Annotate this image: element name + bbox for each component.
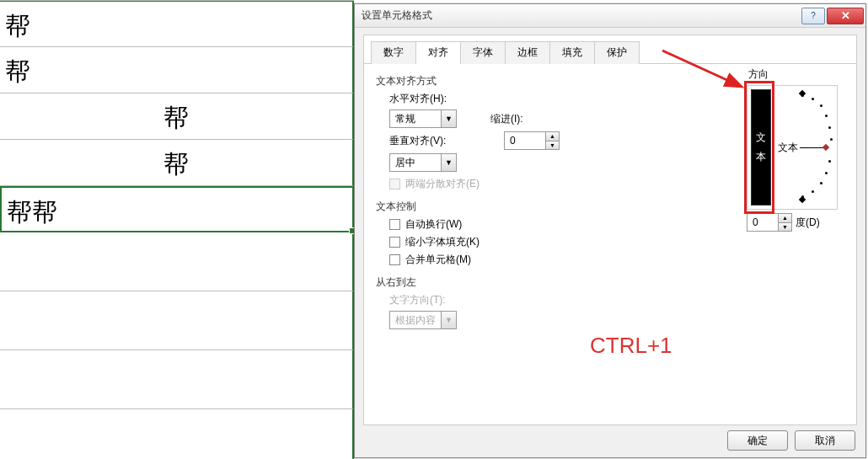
- wrap-checkbox[interactable]: [389, 219, 400, 230]
- indent-value: 0: [505, 132, 545, 149]
- cell-a5-selected[interactable]: 帮帮: [0, 186, 354, 232]
- help-button[interactable]: ?: [801, 8, 825, 24]
- dir-value: 根据内容: [390, 313, 441, 328]
- dialog-titlebar: 设置单元格格式 ? ✕: [355, 4, 865, 28]
- dialog-body: 数字 对齐 字体 边框 填充 保护 文本对齐方式 水平对齐(H): 常规 ▼: [363, 35, 857, 425]
- shrink-checkbox[interactable]: [389, 237, 400, 248]
- shortcut-annotation: CTRL+1: [590, 333, 672, 359]
- ok-button[interactable]: 确定: [727, 430, 788, 451]
- wrap-label: 自动换行(W): [405, 217, 462, 232]
- cancel-button[interactable]: 取消: [795, 430, 855, 451]
- justify-checkbox: [389, 179, 400, 189]
- dir-combo: 根据内容 ▼: [389, 311, 457, 329]
- orientation-box: 文 本 文本: [747, 85, 838, 210]
- indent-spinner[interactable]: 0 ▲ ▼: [504, 131, 560, 150]
- orientation-panel: 方向 文 本 文本: [747, 67, 848, 232]
- degrees-label: 度(D): [796, 216, 820, 230]
- shrink-label: 缩小字体填充(K): [405, 235, 480, 249]
- degrees-down-icon[interactable]: ▼: [779, 223, 791, 232]
- cell-a3[interactable]: 帮: [0, 93, 354, 140]
- orientation-dial[interactable]: 文本: [774, 89, 833, 205]
- h-align-label: 水平对齐(H):: [389, 92, 457, 106]
- merge-checkbox[interactable]: [389, 254, 400, 265]
- justify-label: 两端分散对齐(E): [405, 177, 480, 191]
- chevron-down-icon[interactable]: ▼: [441, 154, 456, 171]
- tab-alignment[interactable]: 对齐: [415, 41, 461, 64]
- v-align-label: 垂直对齐(V):: [389, 134, 457, 148]
- tab-strip: 数字 对齐 字体 边框 填充 保护: [364, 35, 856, 64]
- orientation-dial-pointer: [822, 144, 829, 151]
- tab-number[interactable]: 数字: [371, 41, 416, 64]
- orientation-label: 方向: [747, 67, 848, 82]
- orientation-vertical-char1: 文: [756, 131, 766, 145]
- indent-down-icon[interactable]: ▼: [546, 141, 559, 150]
- dialog-footer: 确定 取消: [727, 430, 855, 451]
- orientation-dial-line: [800, 147, 825, 148]
- tab-fill[interactable]: 填充: [549, 41, 595, 64]
- degrees-up-icon[interactable]: ▲: [779, 214, 791, 223]
- cell-a9[interactable]: [0, 409, 354, 459]
- tab-protection[interactable]: 保护: [594, 41, 640, 64]
- v-align-value: 居中: [390, 156, 441, 170]
- orientation-vertical-char2: 本: [756, 150, 766, 164]
- tab-border[interactable]: 边框: [505, 41, 550, 64]
- close-button[interactable]: ✕: [827, 8, 864, 24]
- degrees-value: 0: [747, 214, 778, 231]
- cell-a1[interactable]: 帮: [0, 1, 354, 47]
- cell-a7[interactable]: [0, 291, 354, 350]
- dialog-title: 设置单元格格式: [362, 8, 801, 23]
- cell-a8[interactable]: [0, 350, 354, 409]
- indent-up-icon[interactable]: ▲: [546, 132, 559, 141]
- spreadsheet-grid: 帮 帮 帮 帮 帮帮: [0, 0, 354, 459]
- cell-a4[interactable]: 帮: [0, 140, 354, 186]
- orientation-vertical-button[interactable]: 文 本: [751, 89, 771, 205]
- merge-label: 合并单元格(M): [405, 253, 471, 267]
- cell-a2[interactable]: 帮: [0, 47, 354, 93]
- h-align-combo[interactable]: 常规 ▼: [389, 109, 457, 128]
- chevron-down-icon[interactable]: ▼: [441, 110, 456, 127]
- h-align-value: 常规: [390, 112, 441, 126]
- degrees-spinner[interactable]: 0 ▲ ▼: [747, 213, 792, 232]
- format-cells-dialog: 设置单元格格式 ? ✕ 数字 对齐 字体 边框 填充 保护 文本对齐方式 水平对…: [354, 3, 866, 458]
- dir-label: 文字方向(T):: [389, 293, 844, 307]
- orientation-dial-text: 文本: [778, 141, 798, 155]
- cell-a6[interactable]: [0, 232, 354, 291]
- alignment-panel: 文本对齐方式 水平对齐(H): 常规 ▼ 缩进(I): 垂直对齐(: [364, 64, 856, 428]
- orientation-bottom-diamond: [799, 196, 806, 203]
- v-align-combo[interactable]: 居中 ▼: [389, 153, 457, 172]
- orientation-top-diamond: [799, 90, 806, 97]
- indent-label: 缩进(I):: [490, 112, 523, 126]
- chevron-down-icon: ▼: [441, 312, 456, 328]
- rtl-group-label: 从右到左: [376, 275, 844, 290]
- tab-font[interactable]: 字体: [460, 41, 506, 64]
